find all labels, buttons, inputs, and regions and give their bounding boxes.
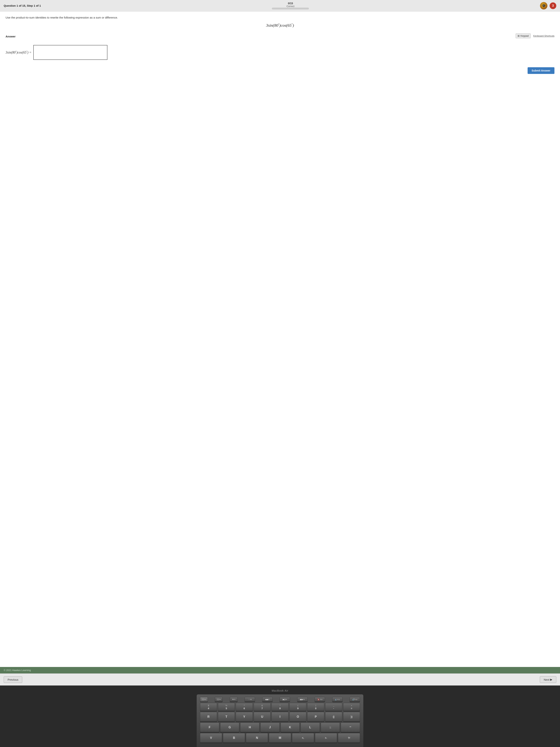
keyboard-section: MacBook Air ⣿⣿F3 ⣿⣿F4 ✦F5 ⋯F6 ◀◀F7 [0, 686, 560, 747]
correct-label: Correct [287, 5, 294, 7]
letter-row-1: R T Y U I O P {[ }] [200, 712, 360, 722]
key-comma[interactable]: <, [292, 733, 314, 743]
key-j[interactable]: J [260, 723, 279, 732]
keypad-icon: ⊞ [517, 34, 519, 37]
expression-display: 3sin(80°)cos(65°) [5, 23, 555, 28]
num-row: $4 %5 ^6 &7 *8 (9 )0 [200, 703, 360, 711]
key-i[interactable]: I [271, 712, 289, 722]
nav-row: Previous Next ▶ [0, 673, 560, 686]
key-7[interactable]: &7 [254, 703, 271, 711]
streak-badge: 3 [550, 2, 556, 9]
progress-label: 0/15 [288, 2, 293, 5]
fn-row: ⣿⣿F3 ⣿⣿F4 ✦F5 ⋯F6 ◀◀F7 ▶||F8 ▶▶F [200, 697, 360, 702]
header-center: 0/15 Correct [272, 2, 309, 9]
key-v[interactable]: V [200, 733, 222, 743]
app-window: Question 1 of 15, Step 1 of 1 0/15 Corre… [0, 0, 560, 747]
key-r[interactable]: R [200, 712, 217, 722]
next-arrow-icon: ▶ [550, 678, 553, 681]
avatar-icon: 🎓 [540, 2, 548, 9]
key-t[interactable]: T [218, 712, 235, 722]
key-f9[interactable]: ▶▶F9 [297, 697, 308, 702]
key-g[interactable]: G [220, 723, 239, 732]
key-slash[interactable]: ?/ [338, 733, 360, 743]
question-label: Question 1 of 15, Step 1 of 1 [4, 4, 41, 7]
key-equals[interactable]: += [343, 703, 360, 711]
letter-row-3: V B N M <, >. ?/ [200, 733, 360, 743]
key-u[interactable]: U [254, 712, 271, 722]
keyboard-shortcuts-link[interactable]: Keyboard Shortcuts [533, 34, 555, 37]
key-f[interactable]: F [200, 723, 219, 732]
next-button[interactable]: Next ▶ [540, 676, 556, 683]
key-f11[interactable]: 🔉F11 [332, 697, 343, 702]
answer-label: Answer [5, 35, 16, 38]
key-bracket-right[interactable]: }] [343, 712, 360, 722]
previous-button[interactable]: Previous [4, 676, 22, 683]
key-o[interactable]: O [289, 712, 306, 722]
key-minus[interactable]: _- [325, 703, 342, 711]
key-f8[interactable]: ▶||F8 [279, 697, 290, 702]
key-bracket-left[interactable]: {[ [325, 712, 342, 722]
answer-tools: ⊞ Keypad Keyboard Shortcuts [515, 33, 555, 38]
question-instruction: Use the product-to-sum identities to rew… [5, 16, 555, 19]
key-y[interactable]: Y [236, 712, 253, 722]
equation-label: 3sin(80°)cos(65°) = [5, 50, 31, 54]
key-period[interactable]: >. [315, 733, 337, 743]
answer-section: Answer ⊞ Keypad Keyboard Shortcuts 3sin(… [5, 33, 555, 74]
key-f10[interactable]: 🔇F10 [315, 697, 325, 702]
keyboard-body: ⣿⣿F3 ⣿⣿F4 ✦F5 ⋯F6 ◀◀F7 ▶||F8 ▶▶F [197, 694, 363, 747]
macbook-label: MacBook Air [272, 689, 288, 692]
key-5[interactable]: %5 [218, 703, 235, 711]
submit-row: Submit Answer [5, 67, 555, 74]
key-l[interactable]: L [300, 723, 320, 732]
key-f5[interactable]: ✦F5 [230, 697, 238, 702]
equation-row: 3sin(80°)cos(65°) = [5, 45, 555, 60]
progress-bar-container [272, 7, 309, 9]
key-4[interactable]: $4 [200, 703, 217, 711]
key-f6[interactable]: ⋯F6 [245, 697, 255, 702]
key-quote[interactable]: "' [341, 723, 360, 732]
answer-input-box[interactable] [33, 45, 107, 60]
key-n[interactable]: N [246, 733, 268, 743]
key-f4[interactable]: ⣿⣿F4 [215, 697, 222, 702]
key-semicolon[interactable]: :; [321, 723, 340, 732]
key-9[interactable]: (9 [289, 703, 306, 711]
main-content: Use the product-to-sum identities to rew… [0, 11, 560, 667]
key-k[interactable]: K [281, 723, 300, 732]
header-bar: Question 1 of 15, Step 1 of 1 0/15 Corre… [0, 0, 560, 11]
letter-row-2: F G H J K L :; "' [200, 723, 360, 732]
key-f7[interactable]: ◀◀F7 [262, 697, 273, 702]
key-6[interactable]: ^6 [236, 703, 253, 711]
submit-answer-button[interactable]: Submit Answer [528, 67, 555, 74]
key-m[interactable]: M [269, 733, 291, 743]
keypad-button[interactable]: ⊞ Keypad [515, 33, 531, 38]
key-p[interactable]: P [307, 712, 324, 722]
copyright-text: © 2021 Hawkes Learning [4, 669, 31, 672]
footer-bar: © 2021 Hawkes Learning [0, 667, 560, 673]
key-f3[interactable]: ⣿⣿F3 [200, 697, 208, 702]
key-f12[interactable]: 🔊F12 [350, 697, 360, 702]
key-h[interactable]: H [240, 723, 260, 732]
header-right: 🎓 3 [540, 2, 556, 9]
key-b[interactable]: B [223, 733, 245, 743]
key-0[interactable]: )0 [307, 703, 324, 711]
key-8[interactable]: *8 [271, 703, 289, 711]
